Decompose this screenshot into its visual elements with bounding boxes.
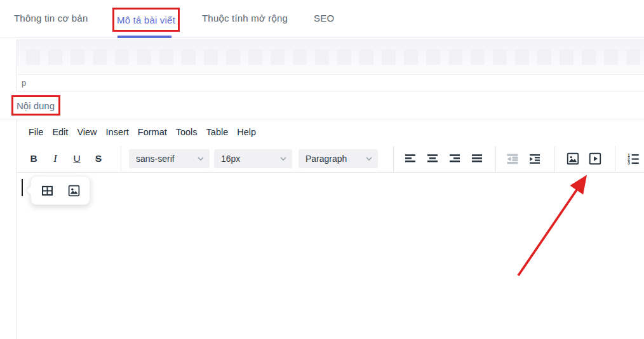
menu-format[interactable]: Format — [133, 124, 171, 140]
insert-media-button[interactable] — [584, 149, 606, 168]
field-label-highlight-annotation: Nội dung — [11, 95, 60, 116]
align-center-button[interactable] — [422, 149, 443, 168]
tab-seo[interactable]: SEO — [314, 13, 334, 23]
align-right-button[interactable] — [444, 149, 466, 168]
menu-edit[interactable]: Edit — [48, 124, 72, 140]
numbered-list-button[interactable]: 1 2 3 — [622, 149, 644, 168]
chevron-down-icon — [280, 157, 286, 161]
underline-button[interactable]: U — [66, 149, 88, 168]
tab-basic-info[interactable]: Thông tin cơ bản — [14, 13, 88, 23]
text-cursor — [22, 179, 23, 196]
editor-menubar: File Edit View Insert Format Tools Table… — [17, 119, 260, 145]
font-family-select[interactable]: sans-serif — [129, 149, 210, 168]
align-left-button[interactable] — [399, 149, 421, 168]
numbered-list-icon: 1 2 3 — [626, 152, 640, 166]
toolbar-separator — [615, 146, 615, 171]
table-icon — [41, 184, 54, 197]
toolbar-separator — [393, 146, 394, 171]
toolbar-separator — [495, 146, 496, 171]
tab-post-description[interactable]: Mô tả bài viết — [117, 15, 175, 25]
editor-toolbar: B I U S sans-serif 16px Paragraph — [17, 145, 644, 173]
image-icon — [67, 184, 81, 197]
content-field-label: Nội dung — [13, 100, 55, 111]
block-format-select[interactable]: Paragraph — [299, 149, 378, 168]
strikethrough-button[interactable]: S — [88, 149, 109, 168]
indent-icon — [528, 152, 541, 165]
indent-button[interactable] — [524, 149, 546, 168]
quick-insert-image-button[interactable] — [65, 182, 82, 199]
align-right-icon — [448, 152, 461, 165]
menu-insert[interactable]: Insert — [102, 124, 133, 140]
tab-bar: Thông tin cơ bản Mô tả bài viết Thuộc tí… — [0, 0, 644, 38]
toolbar-separator — [554, 146, 555, 171]
align-justify-button[interactable] — [466, 149, 488, 168]
page: Thông tin cơ bản Mô tả bài viết Thuộc tí… — [0, 0, 644, 339]
svg-text:3: 3 — [627, 161, 630, 165]
menu-help[interactable]: Help — [232, 124, 260, 140]
media-icon — [588, 152, 602, 166]
align-center-icon — [426, 152, 439, 165]
italic-button[interactable]: I — [44, 149, 66, 168]
menu-table[interactable]: Table — [202, 124, 233, 140]
upper-editor-statusbar: p — [17, 74, 644, 91]
menu-file[interactable]: File — [24, 124, 48, 140]
image-icon — [566, 152, 580, 166]
outdent-icon — [506, 152, 519, 165]
editor-content-area[interactable] — [17, 173, 644, 339]
tab-highlight-annotation: Mô tả bài viết — [112, 8, 180, 32]
menu-tools[interactable]: Tools — [171, 124, 202, 140]
rich-text-editor: File Edit View Insert Format Tools Table… — [17, 119, 644, 339]
insert-image-button[interactable] — [562, 149, 584, 168]
chevron-down-icon — [198, 157, 204, 161]
quick-insert-toolbar — [30, 176, 90, 205]
quick-insert-table-button[interactable] — [39, 182, 55, 199]
menu-view[interactable]: View — [72, 124, 101, 140]
font-size-select[interactable]: 16px — [214, 149, 292, 168]
tab-extended-attributes[interactable]: Thuộc tính mở rộng — [202, 13, 288, 23]
align-justify-icon — [471, 152, 483, 165]
outdent-button — [502, 149, 523, 168]
align-left-icon — [404, 152, 417, 165]
bold-button[interactable]: B — [23, 149, 44, 168]
element-path-button[interactable]: p — [22, 78, 26, 88]
toolbar-separator — [121, 146, 121, 171]
quickbar-pointer — [27, 186, 36, 195]
faded-content-row — [26, 50, 644, 65]
chevron-down-icon — [366, 157, 372, 161]
active-tab-indicator — [117, 36, 171, 38]
